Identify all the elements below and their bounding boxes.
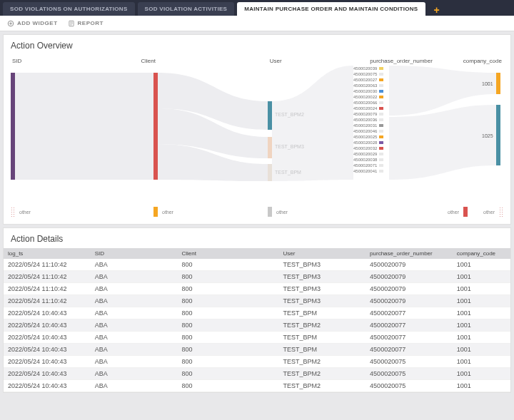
sankey-po-item[interactable]: 4500020038 (353, 157, 383, 163)
table-row[interactable]: 2022/05/24 11:10:42ABA800TEST_BPM3450002… (4, 295, 510, 307)
th-cc[interactable]: company_code (453, 248, 510, 259)
sankey-po-item[interactable]: 4500020032 (353, 145, 383, 151)
sankey-po-item[interactable]: 4500020022 (353, 94, 383, 100)
tab-bar: SOD VIOLATIONS ON AUTHORIZATIONS SOD VIO… (0, 0, 514, 16)
table-row[interactable]: 2022/05/24 10:40:43ABA800TEST_BPM4500020… (4, 307, 510, 319)
sankey-chart[interactable]: ABA 800 TEST_BPM2 TEST_BPM3 TEST_BPM 450… (11, 66, 503, 203)
tab-maintain-po[interactable]: MAINTAIN PURCHASE ORDER AND MAINTAIN CON… (237, 2, 425, 16)
add-widget-button[interactable]: ADD WIDGET (7, 20, 58, 27)
other-swatch (11, 207, 15, 217)
panel-title: Action Details (4, 228, 510, 248)
sankey-node-cc-0[interactable] (496, 73, 500, 94)
tab-sod-activities[interactable]: SOD VIOLATION ACTIVITIES (138, 2, 235, 16)
sankey-po-item[interactable]: 4500020071 (353, 163, 383, 168)
sankey-node-cc-1[interactable] (496, 105, 500, 165)
details-table[interactable]: log_ts SID Client User purchase_order_nu… (4, 248, 510, 392)
table-row[interactable]: 2022/05/24 11:10:42ABA800TEST_BPM3450002… (4, 283, 510, 295)
sankey-po-item[interactable]: 4500020039 (353, 66, 383, 71)
sankey-po-item[interactable]: 4500020030 (353, 88, 383, 94)
panel-title: Action Overview (4, 35, 510, 55)
th-logts[interactable]: log_ts (4, 248, 91, 259)
action-overview-panel: Action Overview SID Client User purchase… (3, 34, 511, 225)
table-row[interactable]: 2022/05/24 10:40:43ABA800TEST_BPM4500020… (4, 344, 510, 356)
sankey-headers: SID Client User purchase_order_number co… (11, 58, 503, 66)
table-row[interactable]: 2022/05/24 10:40:43ABA800TEST_BPM2450002… (4, 356, 510, 368)
th-sid[interactable]: SID (91, 248, 178, 259)
toolbar: ADD WIDGET REPORT (0, 16, 514, 31)
sankey-po-item[interactable]: 4500020079 (353, 111, 383, 117)
table-row[interactable]: 2022/05/24 10:40:43ABA800TEST_BPM2450002… (4, 319, 510, 332)
table-row[interactable]: 2022/05/24 10:40:43ABA800TEST_BPM2450002… (4, 380, 510, 392)
sankey-po-item[interactable]: 4500020025 (353, 134, 383, 140)
sankey-po-list: 4500020039450002007545000200274500020063… (353, 66, 383, 174)
sankey-po-item[interactable]: 4500020028 (353, 140, 383, 145)
document-icon (68, 20, 75, 27)
sankey-po-item[interactable]: 4500020024 (353, 106, 383, 111)
table-row[interactable]: 2022/05/24 11:10:42ABA800TEST_BPM3450002… (4, 259, 510, 271)
sankey-po-item[interactable]: 4500020029 (353, 151, 383, 157)
sankey-po-item[interactable]: 4500020031 (353, 123, 383, 128)
th-user[interactable]: User (278, 248, 366, 259)
sankey-po-item[interactable]: 4500020046 (353, 128, 383, 134)
add-tab-button[interactable]: + (428, 4, 445, 16)
table-row[interactable]: 2022/05/24 11:10:42ABA800TEST_BPM3450002… (4, 271, 510, 283)
table-row[interactable]: 2022/05/24 10:40:43ABA800TEST_BPM4500020… (4, 332, 510, 344)
sankey-po-item[interactable]: 4500020036 (353, 117, 383, 123)
th-po[interactable]: purchase_order_number (366, 248, 453, 259)
table-row[interactable]: 2022/05/24 10:40:43ABA800TEST_BPM2450002… (4, 368, 510, 380)
report-button[interactable]: REPORT (68, 20, 104, 27)
sankey-po-item[interactable]: 4500020041 (353, 168, 383, 174)
sankey-po-item[interactable]: 4500020066 (353, 100, 383, 106)
sankey-po-item[interactable]: 4500020063 (353, 83, 383, 88)
action-details-panel: Action Details log_ts SID Client User pu… (3, 227, 511, 393)
th-client[interactable]: Client (177, 248, 278, 259)
tab-sod-auth[interactable]: SOD VIOLATIONS ON AUTHORIZATIONS (3, 2, 135, 16)
plus-circle-icon (7, 20, 14, 27)
sankey-po-item[interactable]: 4500020075 (353, 71, 383, 77)
sankey-other-row: other other other other other (11, 207, 503, 217)
sankey-po-item[interactable]: 4500020027 (353, 77, 383, 83)
